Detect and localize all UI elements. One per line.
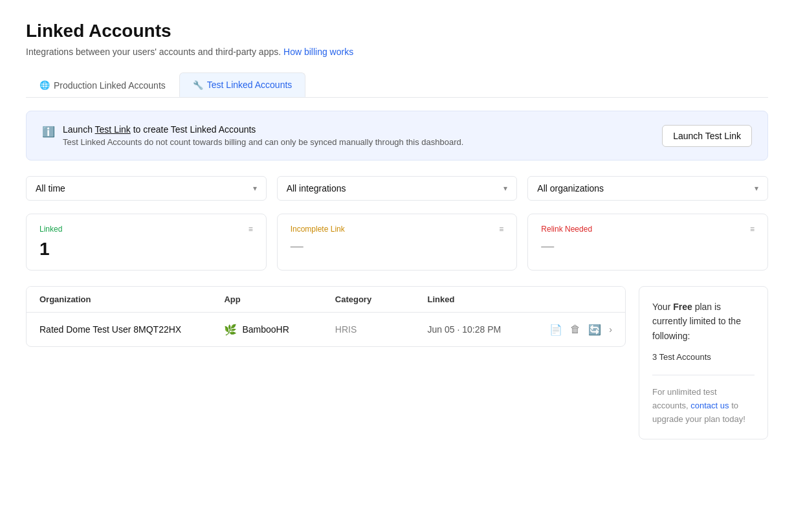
stat-linked-label: Linked ≡	[39, 225, 253, 234]
upgrade-text: For unlimited test accounts, contact us …	[652, 386, 755, 426]
plan-description: Your Free plan is currently limited to t…	[652, 300, 755, 343]
filters-row: All time ▾ All integrations ▾ All organi…	[26, 176, 768, 201]
stat-linked: Linked ≡ 1	[26, 214, 267, 271]
delete-icon[interactable]: 🗑	[570, 324, 580, 335]
category-cell: HRIS	[335, 324, 428, 335]
tabs-bar: 🌐 Production Linked Accounts 🔧 Test Link…	[26, 72, 768, 98]
banner-content: ℹ️ Launch Test Link to create Test Linke…	[42, 124, 463, 147]
document-icon[interactable]: 📄	[549, 324, 562, 336]
tab-production[interactable]: 🌐 Production Linked Accounts	[26, 72, 179, 97]
filter-icon[interactable]: ≡	[499, 225, 503, 234]
chevron-down-icon: ▾	[755, 184, 758, 193]
filter-icon[interactable]: ≡	[248, 225, 253, 234]
stat-incomplete-value: —	[291, 239, 504, 254]
table-header: Organization App Category Linked	[27, 287, 625, 313]
plan-limit: 3 Test Accounts	[652, 351, 755, 364]
contact-us-link[interactable]: contact us	[690, 401, 729, 410]
main-content: Organization App Category Linked Rated D…	[26, 286, 768, 439]
filter-icon[interactable]: ≡	[750, 225, 755, 234]
app-cell: 🌿 BambooHR	[224, 323, 335, 336]
filter-integrations[interactable]: All integrations ▾	[277, 176, 518, 201]
page-title: Linked Accounts	[26, 21, 768, 41]
org-cell: Rated Dome Test User 8MQT22HX	[39, 324, 224, 335]
info-icon: ℹ️	[42, 126, 55, 138]
bamboohr-icon: 🌿	[224, 323, 237, 336]
chevron-down-icon: ▾	[253, 184, 257, 193]
linked-date-cell: Jun 05 · 10:28 PM	[428, 324, 520, 335]
stat-incomplete: Incomplete Link ≡ —	[277, 214, 518, 271]
banner-description: Test Linked Accounts do not count toward…	[63, 137, 463, 147]
launch-test-link-button[interactable]: Launch Test Link	[662, 125, 752, 147]
wrench-icon: 🔧	[193, 80, 203, 90]
chevron-down-icon: ▾	[503, 184, 507, 193]
globe-icon: 🌐	[39, 80, 50, 90]
filter-organizations[interactable]: All organizations ▾	[527, 176, 768, 201]
stat-linked-value: 1	[39, 239, 253, 260]
billing-link[interactable]: How billing works	[283, 47, 353, 57]
sidebar-plan-card: Your Free plan is currently limited to t…	[639, 286, 768, 439]
sync-icon[interactable]: 🔄	[588, 324, 601, 336]
tab-test[interactable]: 🔧 Test Linked Accounts	[179, 72, 306, 97]
stat-relink: Relink Needed ≡ —	[527, 214, 768, 271]
divider	[652, 375, 755, 375]
stat-relink-label: Relink Needed ≡	[541, 225, 755, 234]
stat-relink-value: —	[541, 239, 755, 254]
filter-time[interactable]: All time ▾	[26, 176, 267, 201]
chevron-right-icon[interactable]: ›	[609, 324, 612, 335]
stat-incomplete-label: Incomplete Link ≡	[291, 225, 504, 234]
linked-accounts-table: Organization App Category Linked Rated D…	[26, 286, 626, 347]
row-actions: 📄 🗑 🔄 ›	[520, 324, 612, 336]
table-row: Rated Dome Test User 8MQT22HX 🌿 BambooHR…	[27, 313, 625, 346]
info-banner: ℹ️ Launch Test Link to create Test Linke…	[26, 111, 768, 161]
stats-row: Linked ≡ 1 Incomplete Link ≡ — Relink Ne…	[26, 214, 768, 271]
test-link-anchor[interactable]: Test Link	[95, 124, 131, 135]
banner-title: Launch Test Link to create Test Linked A…	[63, 124, 463, 135]
page-subtitle: Integrations between your users' account…	[26, 47, 768, 57]
